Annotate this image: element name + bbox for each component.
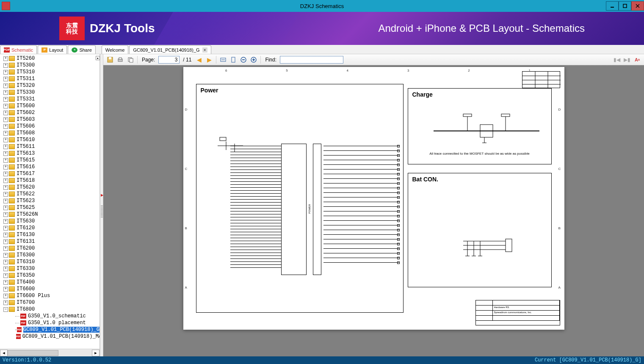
expand-icon[interactable]: + xyxy=(3,77,8,81)
tree-view[interactable]: +IT5260+IT5300+IT5310+IT5311+IT5320+IT53… xyxy=(0,54,100,349)
expand-icon[interactable]: + xyxy=(3,70,8,75)
text-tool-button[interactable]: Aa xyxy=(633,56,641,64)
expand-icon[interactable]: + xyxy=(3,144,8,149)
expand-icon[interactable]: + xyxy=(3,287,8,292)
scroll-left-icon[interactable]: ◄ xyxy=(0,350,8,356)
close-button[interactable] xyxy=(631,1,644,11)
last-page-button[interactable]: ▶▮ xyxy=(623,56,631,64)
close-tab-icon[interactable]: × xyxy=(202,47,207,53)
tree-folder-expanded[interactable]: −IT6800 xyxy=(0,306,100,313)
tree-folder[interactable]: +IT5626N xyxy=(0,211,100,218)
expand-icon[interactable]: + xyxy=(3,151,8,156)
tree-folder[interactable]: +IT5311 xyxy=(0,75,100,82)
tab-schematic[interactable]: PDF Schematic xyxy=(0,45,37,54)
expand-icon[interactable]: + xyxy=(3,138,8,142)
minimize-button[interactable] xyxy=(606,1,619,11)
tree-folder[interactable]: +IT6130 xyxy=(0,231,100,238)
expand-icon[interactable]: + xyxy=(3,253,8,258)
expand-icon[interactable]: + xyxy=(3,56,8,61)
tree-folder[interactable]: +IT5630 xyxy=(0,218,100,225)
expand-icon[interactable]: + xyxy=(3,219,8,224)
tree-folder[interactable]: +IT5617 xyxy=(0,170,100,177)
tree-folder[interactable]: +IT5331 xyxy=(0,96,100,103)
tree-folder[interactable]: +IT5620 xyxy=(0,184,100,191)
tree-folder[interactable]: +IT6310 xyxy=(0,258,100,265)
expand-icon[interactable]: + xyxy=(3,158,8,163)
expand-icon[interactable]: + xyxy=(3,192,8,197)
tree-folder[interactable]: +IT5622 xyxy=(0,191,100,197)
expand-icon[interactable]: + xyxy=(3,212,8,217)
expand-icon[interactable]: + xyxy=(3,90,8,95)
expand-icon[interactable]: + xyxy=(3,178,8,183)
tree-folder[interactable]: +IT6330 xyxy=(0,265,100,272)
tree-folder[interactable]: +IT5602 xyxy=(0,109,100,116)
tree-file[interactable]: PDFG350_V1.0 placement xyxy=(0,320,100,326)
save-button[interactable] xyxy=(106,56,114,64)
collapse-icon[interactable]: − xyxy=(3,307,8,312)
tree-file[interactable]: PDFGC809_V1.01_PCB(140918)_G xyxy=(0,326,100,333)
tree-folder[interactable]: +IT5618 xyxy=(0,177,100,184)
expand-icon[interactable]: + xyxy=(3,239,8,244)
zoom-in-button[interactable] xyxy=(249,56,258,64)
tree-folder[interactable]: +IT5615 xyxy=(0,157,100,164)
tree-folder[interactable]: +IT6700 xyxy=(0,299,100,306)
tree-folder[interactable]: +IT5606 xyxy=(0,123,100,130)
collapse-tree-icon[interactable]: ▴ xyxy=(96,56,100,60)
tree-folder[interactable]: +IT6350 xyxy=(0,272,100,279)
expand-icon[interactable]: + xyxy=(3,280,8,285)
tree-folder[interactable]: +IT5310 xyxy=(0,69,100,75)
tree-folder[interactable]: +IT6400 xyxy=(0,279,100,286)
copy-button[interactable] xyxy=(126,56,135,64)
expand-icon[interactable]: + xyxy=(3,104,8,108)
tree-folder[interactable]: +IT5603 xyxy=(0,116,100,123)
expand-icon[interactable]: + xyxy=(3,172,8,176)
expand-icon[interactable]: + xyxy=(3,226,8,231)
tree-folder[interactable]: +IT5613 xyxy=(0,150,100,157)
expand-icon[interactable]: + xyxy=(3,117,8,122)
tab-welcome[interactable]: Welcome xyxy=(102,45,129,54)
zoom-out-button[interactable] xyxy=(239,56,248,64)
splitter[interactable]: ▶ xyxy=(100,54,103,356)
tree-folder[interactable]: +IT5600 xyxy=(0,103,100,109)
tree-folder[interactable]: +IT6120 xyxy=(0,225,100,231)
fit-page-button[interactable] xyxy=(229,56,238,64)
tree-folder[interactable]: +IT5300 xyxy=(0,62,100,69)
expand-icon[interactable]: + xyxy=(3,111,8,115)
expand-icon[interactable]: + xyxy=(3,260,8,264)
tab-layout[interactable]: P Layout xyxy=(38,45,67,54)
tree-folder[interactable]: +IT6300 xyxy=(0,252,100,258)
tree-folder[interactable]: +IT5625 xyxy=(0,204,100,211)
scroll-right-icon[interactable]: ► xyxy=(92,350,100,356)
next-page-button[interactable]: ▶ xyxy=(205,56,213,64)
fit-width-button[interactable] xyxy=(219,56,227,64)
expand-icon[interactable]: + xyxy=(3,206,8,210)
expand-icon[interactable]: + xyxy=(3,83,8,88)
find-input[interactable] xyxy=(280,56,343,64)
tree-folder[interactable]: +IT5611 xyxy=(0,143,100,150)
tree-folder[interactable]: +IT6600 Plus xyxy=(0,292,100,299)
expand-icon[interactable]: + xyxy=(3,300,8,305)
expand-icon[interactable]: + xyxy=(3,165,8,169)
tab-share[interactable]: + Share xyxy=(68,45,95,54)
expand-icon[interactable]: + xyxy=(3,199,8,203)
expand-icon[interactable]: + xyxy=(3,131,8,136)
sidebar-scrollbar[interactable]: ◄ ► xyxy=(0,349,100,356)
tree-file[interactable]: PDFG350_V1.0_schematic xyxy=(0,313,100,320)
tree-folder[interactable]: +IT6131 xyxy=(0,238,100,245)
tree-file[interactable]: PDFGC809_V1.01_PCB(140918)_MARK xyxy=(0,333,100,340)
canvas[interactable]: 654321 DCBA DCBA Power POWER xyxy=(103,65,644,356)
maximize-button[interactable] xyxy=(619,1,631,11)
print-button[interactable] xyxy=(116,56,124,64)
tree-folder[interactable]: +IT5608 xyxy=(0,130,100,136)
expand-icon[interactable]: + xyxy=(3,294,8,298)
tree-folder[interactable]: +IT5260 xyxy=(0,55,100,62)
expand-icon[interactable]: + xyxy=(3,185,8,190)
expand-icon[interactable]: + xyxy=(3,233,8,237)
first-page-button[interactable]: ▮◀ xyxy=(613,56,621,64)
tree-folder[interactable]: +IT5623 xyxy=(0,197,100,204)
tree-folder[interactable]: +IT5610 xyxy=(0,136,100,143)
scroll-track[interactable] xyxy=(8,350,92,356)
expand-icon[interactable]: + xyxy=(3,97,8,102)
expand-icon[interactable]: + xyxy=(3,273,8,278)
expand-icon[interactable]: + xyxy=(3,267,8,271)
